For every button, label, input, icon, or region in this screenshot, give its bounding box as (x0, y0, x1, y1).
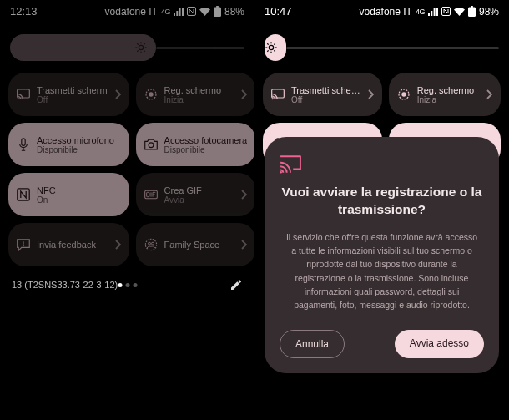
status-right: vodafone IT 4G 88% (105, 6, 244, 18)
status-time: 12:13 (10, 5, 38, 18)
brightness-thumb[interactable] (265, 34, 286, 61)
dialog-buttons: Annulla Avvia adesso (280, 330, 484, 358)
brightness-thumb[interactable] (10, 34, 156, 61)
tile-text: Trasmetti schermOff (37, 85, 108, 104)
nfc-status-icon (187, 7, 196, 16)
battery-percent: 88% (224, 6, 244, 18)
status-time: 10:47 (265, 5, 292, 18)
svg-point-42 (401, 92, 406, 96)
brightness-icon (134, 41, 148, 54)
chevron-right-icon (240, 240, 247, 250)
cancel-button[interactable]: Annulla (280, 330, 345, 358)
tile-label: Trasmetti sche… (291, 85, 360, 95)
chevron-right-icon (486, 89, 492, 99)
dot (125, 283, 129, 287)
svg-point-45 (280, 171, 282, 174)
tile-text: NFCOn (37, 185, 121, 205)
page-indicator[interactable] (118, 283, 137, 287)
dialog-title: Vuoi avviare la registrazione o la trasm… (280, 184, 484, 219)
cast-icon (271, 88, 285, 101)
svg-line-9 (144, 50, 144, 51)
tile-text: Invia feedback (37, 240, 108, 250)
tile-label: NFC (37, 185, 121, 195)
tile-sub: Avvia (164, 195, 234, 205)
chevron-right-icon (240, 190, 247, 200)
quick-tiles: Trasmetti schermOffReg. schermoIniziaAcc… (0, 68, 254, 271)
tile-sub: On (37, 195, 121, 205)
tile-feedback[interactable]: Invia feedback (8, 223, 129, 266)
chevron-right-icon (367, 89, 374, 99)
svg-rect-2 (216, 6, 219, 8)
cast-warning-icon (280, 155, 484, 174)
wifi-icon (199, 8, 210, 16)
tile-label: Accesso fotocamera (164, 135, 248, 145)
tile-text: Family Space (164, 240, 234, 250)
brightness-slider[interactable] (0, 19, 254, 68)
svg-point-24 (145, 239, 156, 250)
svg-point-25 (148, 242, 150, 245)
svg-point-26 (151, 242, 154, 245)
carrier-label: vodafone IT (105, 6, 158, 18)
signal-icon (428, 8, 438, 16)
svg-line-10 (137, 50, 138, 51)
svg-point-17 (149, 143, 154, 148)
tile-family[interactable]: Family Space (136, 223, 256, 266)
chevron-right-icon (114, 240, 121, 250)
dot (133, 283, 137, 287)
tile-cast[interactable]: Trasmetti schermOff (8, 73, 129, 116)
status-bar: 12:13 vodafone IT 4G 88% (0, 0, 254, 19)
build-label: 13 (T2SNS33.73-22-3-12) (12, 280, 118, 290)
tile-text: Reg. schermoInizia (417, 85, 479, 104)
edit-button[interactable] (229, 278, 243, 291)
carrier-label: vodafone IT (360, 6, 412, 18)
wifi-icon (454, 8, 465, 16)
tile-text: Accesso fotocameraDisponibile (164, 135, 248, 154)
svg-line-38 (274, 43, 275, 44)
svg-point-13 (17, 98, 18, 99)
tile-label: Family Space (164, 240, 234, 250)
tile-nfc[interactable]: NFCOn (8, 173, 129, 216)
camera-icon (144, 138, 158, 151)
svg-point-40 (271, 98, 273, 99)
mic-icon (17, 138, 30, 151)
tile-sub: Inizia (417, 95, 479, 104)
tile-label: Reg. schermo (164, 85, 234, 95)
tile-label: Trasmetti scherm (37, 85, 108, 95)
screen-right: 10:47 vodafone IT 4G 98% Trasmetti sche…… (254, 0, 509, 420)
family-icon (144, 238, 158, 251)
tile-gif[interactable]: Crea GIFAvvia (136, 173, 256, 216)
svg-rect-28 (468, 8, 476, 18)
svg-rect-29 (471, 6, 473, 8)
dialog-body: Il servizio che offre questa funzione av… (280, 230, 484, 312)
gif-icon (144, 188, 158, 201)
tile-mic[interactable]: Accesso microfonoDisponibile (8, 123, 129, 166)
tile-label: Crea GIF (164, 185, 234, 195)
confirm-button[interactable]: Avvia adesso (395, 330, 484, 358)
svg-line-11 (144, 43, 144, 44)
tile-label: Reg. schermo (417, 85, 479, 95)
tile-sub: Inizia (164, 95, 234, 104)
status-right: vodafone IT 4G 98% (360, 6, 499, 18)
tile-cast[interactable]: Trasmetti sche…Off (263, 73, 382, 116)
tile-text: Reg. schermoInizia (164, 85, 234, 104)
status-bar: 10:47 vodafone IT 4G 98% (254, 0, 509, 19)
brightness-track (156, 47, 244, 49)
record-icon (397, 88, 411, 101)
tile-camera[interactable]: Accesso fotocameraDisponibile (136, 123, 256, 166)
svg-rect-20 (146, 192, 149, 196)
feedback-icon (17, 238, 30, 251)
tile-sub: Disponibile (164, 145, 248, 154)
brightness-slider[interactable] (254, 19, 509, 68)
brightness-icon (265, 41, 278, 54)
screen-capture-dialog: Vuoi avviare la registrazione o la trasm… (265, 137, 499, 373)
tile-record[interactable]: Reg. schermoInizia (136, 73, 256, 116)
brightness-track (286, 47, 499, 49)
cast-icon (17, 88, 30, 101)
tile-record[interactable]: Reg. schermoInizia (389, 73, 501, 116)
svg-rect-1 (214, 8, 221, 18)
screen-left: 12:13 vodafone IT 4G 88% Tras (0, 0, 254, 420)
battery-icon (468, 6, 476, 17)
svg-point-30 (269, 45, 273, 49)
nfc-status-icon (441, 7, 451, 16)
tile-text: Crea GIFAvvia (164, 185, 234, 205)
